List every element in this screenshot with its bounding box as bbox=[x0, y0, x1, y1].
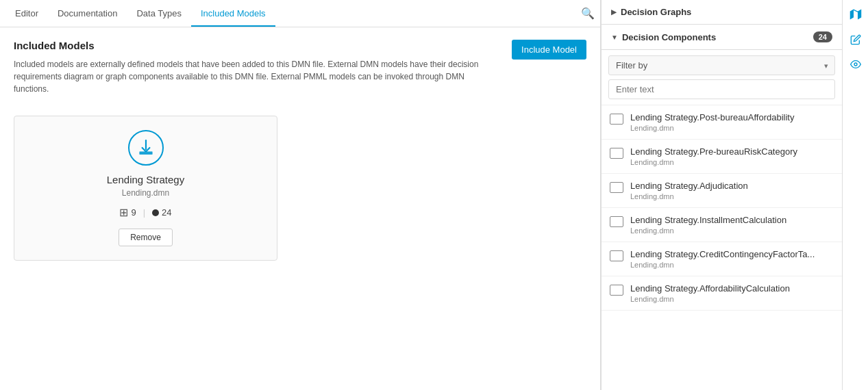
section-desc: Included models are externally defined m… bbox=[14, 58, 501, 95]
component-name: Lending Strategy.Pre-bureauRiskCategory bbox=[630, 146, 797, 157]
stat-grid: ⊞ 9 bbox=[119, 206, 136, 219]
list-item[interactable]: Lending Strategy.Adjudication Lending.dm… bbox=[602, 174, 842, 208]
model-stats: ⊞ 9 | 24 bbox=[119, 206, 171, 219]
models-container: Lending Strategy Lending.dmn ⊞ 9 | 24 Re… bbox=[14, 116, 586, 261]
stat-circle: 24 bbox=[152, 207, 171, 218]
content-area: Included Models Included models are exte… bbox=[0, 27, 600, 390]
component-file: Lending.dmn bbox=[630, 158, 797, 166]
search-icon[interactable]: 🔍 bbox=[581, 7, 595, 20]
decision-graphs-header[interactable]: ▶ Decision Graphs bbox=[602, 0, 842, 24]
nav-data-types[interactable]: Data Types bbox=[127, 1, 191, 27]
stat-circle-count: 24 bbox=[162, 207, 171, 218]
component-info: Lending Strategy.Post-bureauAffordabilit… bbox=[630, 112, 794, 132]
component-file: Lending.dmn bbox=[630, 261, 815, 269]
component-name: Lending Strategy.Adjudication bbox=[630, 181, 748, 191]
grid-icon: ⊞ bbox=[119, 206, 128, 219]
component-file: Lending.dmn bbox=[630, 192, 748, 200]
decision-components-section: ▼ Decision Components 24 Filter by Lendi… bbox=[602, 25, 842, 390]
component-info: Lending Strategy.CreditContingencyFactor… bbox=[630, 249, 815, 269]
model-card: Lending Strategy Lending.dmn ⊞ 9 | 24 Re… bbox=[14, 116, 277, 261]
left-panel: Editor Documentation Data Types Included… bbox=[0, 0, 601, 390]
filter-select-wrapper: Filter by bbox=[608, 55, 835, 75]
dot-icon bbox=[152, 209, 159, 216]
component-icon bbox=[610, 148, 623, 159]
component-info: Lending Strategy.Adjudication Lending.dm… bbox=[630, 181, 748, 200]
component-info: Lending Strategy.Pre-bureauRiskCategory … bbox=[630, 146, 797, 166]
filter-select[interactable]: Filter by bbox=[608, 55, 835, 75]
decision-graphs-section: ▶ Decision Graphs bbox=[602, 0, 842, 25]
eye-icon[interactable] bbox=[847, 56, 864, 75]
edit-icon[interactable] bbox=[847, 31, 864, 51]
component-icon bbox=[610, 182, 623, 193]
dg-chevron-icon: ▶ bbox=[611, 8, 617, 16]
component-icon bbox=[610, 285, 623, 296]
nav-editor[interactable]: Editor bbox=[5, 1, 48, 27]
nav-included-models[interactable]: Included Models bbox=[191, 1, 275, 27]
list-item[interactable]: Lending Strategy.InstallmentCalculation … bbox=[602, 208, 842, 242]
list-item[interactable]: Lending Strategy.Pre-bureauRiskCategory … bbox=[602, 140, 842, 174]
decision-components-title: Decision Components bbox=[622, 32, 813, 42]
right-wrapper: ▶ Decision Graphs ▼ Decision Components … bbox=[601, 0, 868, 390]
right-main: ▶ Decision Graphs ▼ Decision Components … bbox=[601, 0, 842, 390]
component-name: Lending Strategy.Post-bureauAffordabilit… bbox=[630, 112, 794, 122]
component-name: Lending Strategy.InstallmentCalculation bbox=[630, 215, 786, 225]
component-file: Lending.dmn bbox=[630, 124, 794, 132]
model-file: Lending.dmn bbox=[122, 188, 169, 198]
component-file: Lending.dmn bbox=[630, 295, 790, 303]
list-item[interactable]: Lending Strategy.AffordabilityCalculatio… bbox=[602, 276, 842, 311]
remove-button[interactable]: Remove bbox=[119, 229, 173, 246]
decision-graphs-title: Decision Graphs bbox=[621, 7, 691, 17]
component-icon bbox=[610, 114, 623, 125]
top-nav: Editor Documentation Data Types Included… bbox=[0, 0, 600, 27]
map-icon[interactable] bbox=[847, 5, 865, 26]
model-download-icon bbox=[128, 130, 164, 166]
component-name: Lending Strategy.CreditContingencyFactor… bbox=[630, 249, 815, 259]
nav-documentation[interactable]: Documentation bbox=[48, 1, 127, 27]
component-icon bbox=[610, 216, 623, 227]
stat-divider: | bbox=[143, 207, 145, 218]
decision-components-badge: 24 bbox=[813, 31, 832, 42]
model-name: Lending Strategy bbox=[107, 174, 184, 185]
component-name: Lending Strategy.AffordabilityCalculatio… bbox=[630, 283, 790, 294]
list-item[interactable]: Lending Strategy.Post-bureauAffordabilit… bbox=[602, 105, 842, 140]
list-item[interactable]: Lending Strategy.CreditContingencyFactor… bbox=[602, 242, 842, 276]
component-list: Lending Strategy.Post-bureauAffordabilit… bbox=[602, 105, 842, 390]
component-icon bbox=[610, 250, 623, 261]
component-file: Lending.dmn bbox=[630, 226, 786, 235]
section-title: Included Models bbox=[14, 40, 501, 51]
right-icon-strip bbox=[842, 0, 868, 390]
decision-components-header[interactable]: ▼ Decision Components 24 bbox=[602, 25, 842, 50]
stat-grid-count: 9 bbox=[131, 207, 136, 218]
svg-point-0 bbox=[854, 63, 857, 66]
component-info: Lending Strategy.AffordabilityCalculatio… bbox=[630, 283, 790, 303]
component-info: Lending Strategy.InstallmentCalculation … bbox=[630, 215, 786, 235]
filter-area: Filter by bbox=[602, 50, 842, 105]
search-input[interactable] bbox=[608, 79, 835, 99]
dc-chevron-icon: ▼ bbox=[611, 34, 618, 41]
include-model-button[interactable]: Include Model bbox=[512, 40, 586, 60]
